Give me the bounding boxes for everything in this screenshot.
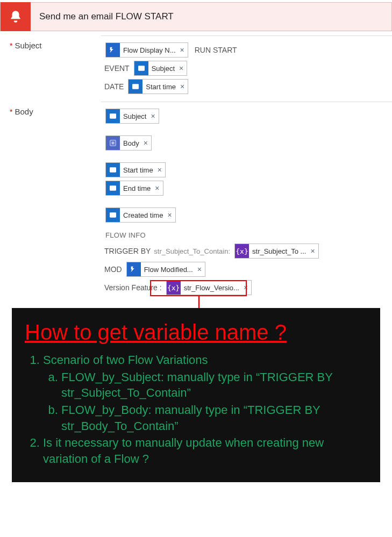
anno-item-2: Is it necessary to manually update when … [43,436,324,466]
flow-icon [106,43,120,57]
token-flow-display-name[interactable]: Flow Display N... × [105,42,188,58]
token-body-created[interactable]: Created time × [105,207,176,223]
token-remove[interactable]: × [142,139,151,147]
token-remove[interactable]: × [178,64,187,73]
text-version-feature: Version Feature : [104,283,162,292]
required-marker: * [10,108,12,116]
text-date: DATE [104,82,124,91]
action-title: Send me an email FLOW START [31,11,174,22]
token-subject[interactable]: Subject × [134,61,188,76]
svg-rect-2 [110,113,116,118]
text-event: EVENT [104,64,130,73]
flow-icon [127,262,141,276]
token-body-subject[interactable]: Subject × [105,109,159,124]
token-remove[interactable]: × [309,247,318,255]
subject-field[interactable]: Flow Display N... × RUN START EVENT Subj… [101,35,392,101]
anno-item-1: Scenario of two Flow Variations [43,353,208,367]
variable-icon: {x} [235,244,249,258]
svg-rect-5 [110,167,116,172]
token-remove[interactable]: × [179,46,188,54]
outlook-icon [106,208,120,222]
outlook-icon [129,80,142,94]
token-start-time[interactable]: Start time × [128,79,188,94]
section-flow-info: FLOW INFO [105,231,389,239]
svg-rect-1 [132,84,139,89]
outlook-icon [106,163,120,177]
flow-action-header[interactable]: Send me an email FLOW START [0,2,392,31]
variable-icon: {x} [167,281,181,295]
outlook-icon [134,61,148,75]
required-marker: * [10,41,12,50]
text-trigger-value: str_Subject_To_Contain: [154,247,230,255]
token-remove[interactable]: × [154,184,162,192]
token-remove[interactable]: × [156,166,165,174]
svg-rect-0 [138,66,145,70]
token-str-subject[interactable]: {x} str_Subject_To ... × [234,244,319,259]
svg-rect-6 [110,185,116,190]
body-icon [106,136,120,150]
annotation-title: How to get variable name ? [25,318,367,347]
notification-icon [1,2,31,31]
anno-item-1b: FLOW_by_Body: manually type in “TRIGGER … [61,403,320,433]
token-remove[interactable]: × [243,283,251,292]
annotation-panel: How to get variable name ? Scenario of t… [12,308,380,482]
svg-rect-7 [110,212,116,217]
token-body-end[interactable]: End time × [105,181,163,196]
token-body-body[interactable]: Body × [105,135,152,151]
token-body-start[interactable]: Start time × [105,162,166,177]
token-remove[interactable]: × [196,265,205,274]
token-remove[interactable]: × [166,211,175,219]
body-field[interactable]: Subject × Body × [101,102,392,302]
outlook-icon [106,181,120,195]
token-remove[interactable]: × [179,82,188,91]
subject-label: *Subject [10,35,101,50]
text-run-start: RUN START [195,46,237,54]
token-flow-modified[interactable]: Flow Modified... × [126,262,205,277]
anno-item-1a: FLOW_by_Subject: manually type in “TRIGG… [61,370,333,400]
body-label: *Body [10,102,101,116]
text-mod: MOD [104,265,122,274]
token-remove[interactable]: × [149,112,158,120]
text-trigger-by: TRIGGER BY [104,247,151,255]
token-str-flow-version[interactable]: {x} str_Flow_Versio... × [166,280,252,295]
outlook-icon [106,109,120,123]
